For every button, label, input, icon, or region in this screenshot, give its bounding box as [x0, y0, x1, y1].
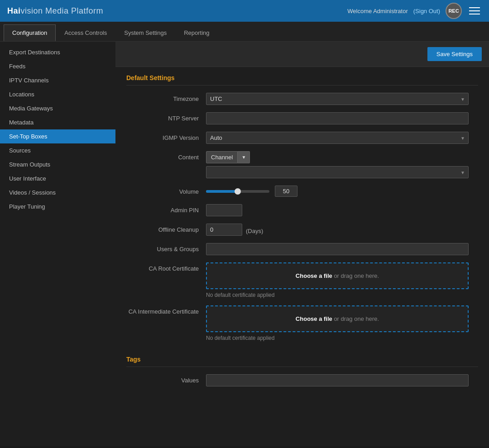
offline-cleanup-unit: (Days)	[246, 225, 263, 234]
tab-configuration[interactable]: Configuration	[4, 24, 56, 41]
igmp-select-wrap: Auto 1 2 3	[206, 132, 469, 144]
default-settings-title: Default Settings	[126, 74, 478, 86]
hamburger-line-2	[469, 10, 480, 11]
content-field: Channel ▼	[206, 151, 469, 178]
hamburger-line-3	[469, 14, 480, 14]
ntp-server-field	[206, 112, 469, 124]
volume-slider-track[interactable]	[206, 190, 269, 193]
tags-section: Tags Values	[115, 356, 489, 405]
hamburger-menu[interactable]	[467, 5, 482, 16]
volume-slider-thumb[interactable]	[235, 188, 241, 195]
main-layout: Export Destinations Feeds IPTV Channels …	[0, 42, 489, 446]
tab-bar: Configuration Access Controls System Set…	[0, 22, 489, 42]
sidebar-item-media-gateways[interactable]: Media Gateways	[0, 101, 115, 115]
sidebar-item-sources[interactable]: Sources	[0, 143, 115, 157]
sidebar-item-feeds[interactable]: Feeds	[0, 59, 115, 73]
timezone-field: UTC EST PST CST MST	[206, 93, 469, 105]
ca-root-cert-dropzone[interactable]: Choose a file or drag one here.	[206, 262, 469, 289]
tab-access-controls[interactable]: Access Controls	[56, 24, 115, 41]
igmp-version-label: IGMP Version	[126, 132, 199, 141]
volume-row: Volume 50	[126, 186, 478, 197]
offline-cleanup-inline: (Days)	[206, 224, 469, 236]
save-settings-button[interactable]: Save Settings	[427, 47, 482, 61]
volume-field: 50	[206, 186, 469, 197]
rec-button[interactable]: REC	[446, 3, 462, 19]
sidebar: Export Destinations Feeds IPTV Channels …	[0, 42, 115, 446]
timezone-label: Timezone	[126, 93, 199, 102]
offline-cleanup-input[interactable]	[206, 224, 242, 236]
users-groups-row: Users & Groups	[126, 243, 478, 255]
ca-intermediate-cert-row: CA Intermediate Certificate Choose a fil…	[126, 305, 478, 341]
sidebar-item-metadata[interactable]: Metadata	[0, 115, 115, 129]
sign-out-link[interactable]: (Sign Out)	[413, 8, 440, 14]
ca-root-cert-status: No default certificate applied	[206, 292, 469, 298]
sidebar-item-stream-outputs[interactable]: Stream Outputs	[0, 157, 115, 172]
admin-pin-field	[206, 204, 469, 216]
sidebar-item-export-destinations[interactable]: Export Destinations	[0, 45, 115, 59]
ntp-server-row: NTP Server	[126, 112, 478, 124]
sidebar-item-set-top-boxes[interactable]: Set-Top Boxes	[0, 129, 115, 143]
admin-pin-row: Admin PIN	[126, 204, 478, 216]
admin-pin-input[interactable]	[206, 204, 242, 216]
volume-wrap: 50	[206, 186, 469, 197]
igmp-version-row: IGMP Version Auto 1 2 3	[126, 132, 478, 144]
ca-intermediate-cert-choose-file: Choose a file	[296, 315, 332, 322]
ntp-server-input[interactable]	[206, 112, 469, 124]
volume-slider-fill	[206, 190, 238, 193]
ca-root-cert-choose-file: Choose a file	[296, 272, 332, 279]
ca-root-cert-drop-text: Choose a file or drag one here.	[296, 272, 379, 279]
content-channel-button[interactable]: Channel	[206, 151, 238, 163]
hamburger-line-1	[469, 7, 480, 8]
timezone-row: Timezone UTC EST PST CST MST	[126, 93, 478, 105]
content-channel-wrap: Channel ▼	[206, 151, 469, 163]
logo-rest: vision Media Platform	[21, 6, 104, 15]
users-groups-field	[206, 243, 469, 255]
ca-intermediate-cert-drag-text: or drag one here.	[332, 315, 379, 322]
ca-root-cert-field: Choose a file or drag one here. No defau…	[206, 262, 469, 298]
sidebar-item-iptv-channels[interactable]: IPTV Channels	[0, 73, 115, 87]
tags-values-label: Values	[126, 374, 199, 384]
ca-intermediate-cert-dropzone[interactable]: Choose a file or drag one here.	[206, 305, 469, 332]
sidebar-item-player-tuning[interactable]: Player Tuning	[0, 200, 115, 214]
tags-values-field	[206, 374, 469, 386]
sidebar-item-locations[interactable]: Locations	[0, 87, 115, 101]
volume-input[interactable]: 50	[275, 186, 297, 197]
logo-hai: Hai	[7, 6, 21, 15]
main-content: Save Settings Default Settings Timezone …	[115, 42, 489, 446]
ca-intermediate-cert-label: CA Intermediate Certificate	[126, 305, 199, 315]
default-settings-section: Default Settings Timezone UTC EST PST CS…	[115, 67, 489, 356]
ntp-server-label: NTP Server	[126, 112, 199, 122]
ca-root-cert-drag-text: or drag one here.	[332, 272, 379, 279]
ca-intermediate-cert-field: Choose a file or drag one here. No defau…	[206, 305, 469, 341]
ca-root-cert-row: CA Root Certificate Choose a file or dra…	[126, 262, 478, 298]
tags-values-row: Values	[126, 374, 478, 386]
tab-system-settings[interactable]: System Settings	[115, 24, 175, 41]
content-value-wrap	[206, 166, 469, 178]
tags-title: Tags	[126, 356, 478, 367]
ca-intermediate-cert-status: No default certificate applied	[206, 335, 469, 341]
users-groups-label: Users & Groups	[126, 243, 199, 253]
content-channel-arrow-button[interactable]: ▼	[238, 151, 250, 163]
volume-label: Volume	[126, 186, 199, 195]
app-logo: Haivision Media Platform	[7, 6, 103, 16]
igmp-version-select[interactable]: Auto 1 2 3	[206, 132, 469, 144]
content-label: Content	[126, 151, 199, 161]
top-nav-right: Welcome Administrator (Sign Out) REC	[347, 3, 482, 19]
tags-values-input[interactable]	[206, 374, 469, 386]
sidebar-item-user-interface[interactable]: User Interface	[0, 172, 115, 186]
ca-root-cert-label: CA Root Certificate	[126, 262, 199, 272]
top-nav: Haivision Media Platform Welcome Adminis…	[0, 0, 489, 22]
timezone-select-wrap: UTC EST PST CST MST	[206, 93, 469, 105]
sidebar-item-videos-sessions[interactable]: Videos / Sessions	[0, 186, 115, 200]
offline-cleanup-row: Offline Cleanup (Days)	[126, 224, 478, 236]
admin-pin-label: Admin PIN	[126, 204, 199, 214]
content-value-select[interactable]	[206, 166, 469, 178]
users-groups-input[interactable]	[206, 243, 469, 255]
welcome-text: Welcome Administrator	[347, 8, 408, 14]
offline-cleanup-label: Offline Cleanup	[126, 224, 199, 233]
igmp-version-field: Auto 1 2 3	[206, 132, 469, 144]
save-bar: Save Settings	[115, 42, 489, 67]
tab-reporting[interactable]: Reporting	[175, 24, 218, 41]
timezone-select[interactable]: UTC EST PST CST MST	[206, 93, 469, 105]
ca-intermediate-cert-drop-text: Choose a file or drag one here.	[296, 315, 379, 322]
